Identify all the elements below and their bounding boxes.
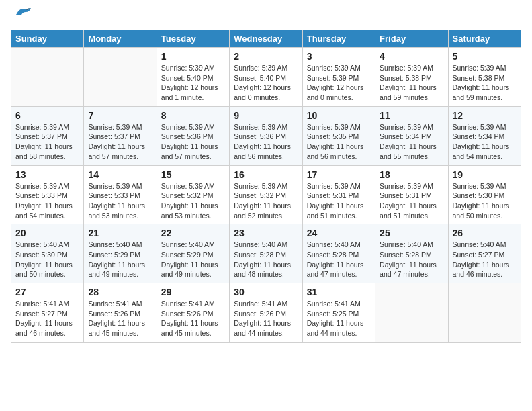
day-number: 10 bbox=[307, 110, 371, 121]
calendar-cell: 7Sunrise: 5:39 AM Sunset: 5:37 PM Daylig… bbox=[84, 106, 157, 165]
day-info: Sunrise: 5:39 AM Sunset: 5:37 PM Dayligh… bbox=[15, 122, 79, 162]
header-sunday: Sunday bbox=[11, 30, 84, 48]
calendar-cell: 15Sunrise: 5:39 AM Sunset: 5:32 PM Dayli… bbox=[157, 165, 229, 224]
day-info: Sunrise: 5:41 AM Sunset: 5:27 PM Dayligh… bbox=[15, 299, 79, 338]
calendar-cell: 26Sunrise: 5:40 AM Sunset: 5:27 PM Dayli… bbox=[448, 224, 521, 283]
day-info: Sunrise: 5:39 AM Sunset: 5:35 PM Dayligh… bbox=[307, 122, 371, 162]
day-number: 15 bbox=[161, 169, 225, 180]
calendar-cell: 10Sunrise: 5:39 AM Sunset: 5:35 PM Dayli… bbox=[302, 106, 375, 165]
calendar-cell bbox=[84, 48, 157, 107]
day-number: 1 bbox=[161, 51, 225, 62]
calendar-cell: 30Sunrise: 5:41 AM Sunset: 5:26 PM Dayli… bbox=[230, 283, 302, 342]
day-number: 17 bbox=[307, 169, 371, 180]
calendar-cell: 23Sunrise: 5:40 AM Sunset: 5:28 PM Dayli… bbox=[230, 224, 302, 283]
day-info: Sunrise: 5:40 AM Sunset: 5:27 PM Dayligh… bbox=[453, 240, 517, 279]
calendar-cell bbox=[11, 48, 84, 107]
day-info: Sunrise: 5:39 AM Sunset: 5:40 PM Dayligh… bbox=[161, 63, 225, 103]
calendar-cell: 29Sunrise: 5:41 AM Sunset: 5:26 PM Dayli… bbox=[157, 283, 229, 342]
day-number: 7 bbox=[88, 110, 152, 121]
day-number: 5 bbox=[453, 51, 517, 62]
day-info: Sunrise: 5:39 AM Sunset: 5:34 PM Dayligh… bbox=[453, 122, 517, 162]
header-wednesday: Wednesday bbox=[230, 30, 302, 48]
calendar-cell bbox=[448, 283, 521, 342]
day-info: Sunrise: 5:39 AM Sunset: 5:31 PM Dayligh… bbox=[380, 181, 443, 221]
day-number: 26 bbox=[453, 228, 517, 238]
calendar-cell: 6Sunrise: 5:39 AM Sunset: 5:37 PM Daylig… bbox=[11, 106, 84, 165]
calendar-cell: 19Sunrise: 5:39 AM Sunset: 5:30 PM Dayli… bbox=[448, 165, 521, 224]
header-saturday: Saturday bbox=[448, 30, 521, 48]
day-number: 24 bbox=[307, 228, 371, 238]
day-number: 28 bbox=[88, 287, 152, 298]
header-tuesday: Tuesday bbox=[157, 30, 229, 48]
day-number: 19 bbox=[453, 169, 517, 180]
calendar-cell: 22Sunrise: 5:40 AM Sunset: 5:29 PM Dayli… bbox=[157, 224, 229, 283]
logo bbox=[11, 11, 32, 23]
day-info: Sunrise: 5:39 AM Sunset: 5:32 PM Dayligh… bbox=[161, 181, 225, 221]
day-number: 29 bbox=[161, 287, 225, 298]
day-number: 3 bbox=[307, 51, 371, 62]
calendar-cell: 27Sunrise: 5:41 AM Sunset: 5:27 PM Dayli… bbox=[11, 283, 84, 342]
calendar-cell: 24Sunrise: 5:40 AM Sunset: 5:28 PM Dayli… bbox=[302, 224, 375, 283]
header-thursday: Thursday bbox=[302, 30, 375, 48]
day-info: Sunrise: 5:41 AM Sunset: 5:26 PM Dayligh… bbox=[88, 299, 152, 338]
logo-bird-icon bbox=[13, 5, 32, 23]
day-info: Sunrise: 5:40 AM Sunset: 5:29 PM Dayligh… bbox=[161, 240, 225, 279]
calendar-cell: 20Sunrise: 5:40 AM Sunset: 5:30 PM Dayli… bbox=[11, 224, 84, 283]
day-number: 11 bbox=[380, 110, 443, 121]
day-number: 31 bbox=[307, 287, 371, 298]
day-number: 16 bbox=[234, 169, 298, 180]
day-number: 30 bbox=[234, 287, 298, 298]
day-number: 18 bbox=[380, 169, 443, 180]
calendar-cell bbox=[375, 283, 448, 342]
calendar-cell: 25Sunrise: 5:40 AM Sunset: 5:28 PM Dayli… bbox=[375, 224, 448, 283]
day-info: Sunrise: 5:39 AM Sunset: 5:36 PM Dayligh… bbox=[161, 122, 225, 162]
calendar-cell: 11Sunrise: 5:39 AM Sunset: 5:34 PM Dayli… bbox=[375, 106, 448, 165]
day-info: Sunrise: 5:39 AM Sunset: 5:36 PM Dayligh… bbox=[234, 122, 298, 162]
day-number: 2 bbox=[234, 51, 298, 62]
day-number: 25 bbox=[380, 228, 443, 238]
calendar-cell: 18Sunrise: 5:39 AM Sunset: 5:31 PM Dayli… bbox=[375, 165, 448, 224]
day-info: Sunrise: 5:40 AM Sunset: 5:28 PM Dayligh… bbox=[380, 240, 443, 279]
day-info: Sunrise: 5:40 AM Sunset: 5:30 PM Dayligh… bbox=[15, 240, 79, 279]
calendar-week-4: 20Sunrise: 5:40 AM Sunset: 5:30 PM Dayli… bbox=[11, 224, 521, 283]
day-info: Sunrise: 5:41 AM Sunset: 5:25 PM Dayligh… bbox=[307, 299, 371, 338]
day-number: 4 bbox=[380, 51, 443, 62]
calendar-cell: 12Sunrise: 5:39 AM Sunset: 5:34 PM Dayli… bbox=[448, 106, 521, 165]
calendar-cell: 4Sunrise: 5:39 AM Sunset: 5:38 PM Daylig… bbox=[375, 48, 448, 107]
calendar-cell: 17Sunrise: 5:39 AM Sunset: 5:31 PM Dayli… bbox=[302, 165, 375, 224]
day-number: 22 bbox=[161, 228, 225, 238]
day-info: Sunrise: 5:39 AM Sunset: 5:34 PM Dayligh… bbox=[380, 122, 443, 162]
day-number: 13 bbox=[15, 169, 79, 180]
day-number: 20 bbox=[15, 228, 79, 238]
day-info: Sunrise: 5:39 AM Sunset: 5:38 PM Dayligh… bbox=[453, 63, 517, 103]
day-info: Sunrise: 5:39 AM Sunset: 5:32 PM Dayligh… bbox=[234, 181, 298, 221]
day-number: 27 bbox=[15, 287, 79, 298]
calendar-cell: 9Sunrise: 5:39 AM Sunset: 5:36 PM Daylig… bbox=[230, 106, 302, 165]
day-info: Sunrise: 5:39 AM Sunset: 5:30 PM Dayligh… bbox=[453, 181, 517, 221]
day-number: 8 bbox=[161, 110, 225, 121]
day-info: Sunrise: 5:40 AM Sunset: 5:28 PM Dayligh… bbox=[307, 240, 371, 279]
calendar-cell: 28Sunrise: 5:41 AM Sunset: 5:26 PM Dayli… bbox=[84, 283, 157, 342]
day-number: 6 bbox=[15, 110, 79, 121]
calendar-cell: 16Sunrise: 5:39 AM Sunset: 5:32 PM Dayli… bbox=[230, 165, 302, 224]
day-number: 21 bbox=[88, 228, 152, 238]
calendar-table: SundayMondayTuesdayWednesdayThursdayFrid… bbox=[11, 30, 521, 342]
calendar-cell: 8Sunrise: 5:39 AM Sunset: 5:36 PM Daylig… bbox=[157, 106, 229, 165]
day-info: Sunrise: 5:39 AM Sunset: 5:33 PM Dayligh… bbox=[15, 181, 79, 221]
calendar-header-row: SundayMondayTuesdayWednesdayThursdayFrid… bbox=[11, 30, 521, 48]
calendar-week-2: 6Sunrise: 5:39 AM Sunset: 5:37 PM Daylig… bbox=[11, 106, 521, 165]
day-info: Sunrise: 5:39 AM Sunset: 5:31 PM Dayligh… bbox=[307, 181, 371, 221]
calendar-cell: 13Sunrise: 5:39 AM Sunset: 5:33 PM Dayli… bbox=[11, 165, 84, 224]
calendar-week-3: 13Sunrise: 5:39 AM Sunset: 5:33 PM Dayli… bbox=[11, 165, 521, 224]
day-info: Sunrise: 5:41 AM Sunset: 5:26 PM Dayligh… bbox=[234, 299, 298, 338]
day-info: Sunrise: 5:39 AM Sunset: 5:38 PM Dayligh… bbox=[380, 63, 443, 103]
day-info: Sunrise: 5:40 AM Sunset: 5:28 PM Dayligh… bbox=[234, 240, 298, 279]
calendar-cell: 1Sunrise: 5:39 AM Sunset: 5:40 PM Daylig… bbox=[157, 48, 229, 107]
calendar-cell: 21Sunrise: 5:40 AM Sunset: 5:29 PM Dayli… bbox=[84, 224, 157, 283]
header-monday: Monday bbox=[84, 30, 157, 48]
calendar-week-1: 1Sunrise: 5:39 AM Sunset: 5:40 PM Daylig… bbox=[11, 48, 521, 107]
day-info: Sunrise: 5:39 AM Sunset: 5:37 PM Dayligh… bbox=[88, 122, 152, 162]
calendar-cell: 31Sunrise: 5:41 AM Sunset: 5:25 PM Dayli… bbox=[302, 283, 375, 342]
page-header bbox=[11, 11, 521, 23]
day-info: Sunrise: 5:41 AM Sunset: 5:26 PM Dayligh… bbox=[161, 299, 225, 338]
